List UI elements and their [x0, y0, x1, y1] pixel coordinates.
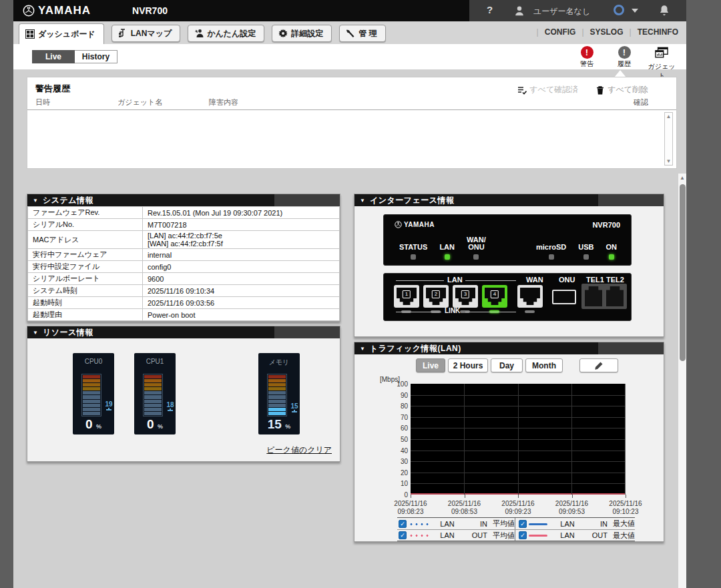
lan-port-2: 2	[423, 285, 449, 308]
tab-advanced-settings[interactable]: 詳細設定	[272, 25, 332, 42]
yamaha-logo: YAMAHA	[23, 4, 91, 17]
led-on: ON	[600, 244, 624, 260]
table-row: シリアルボーレート9600	[28, 273, 340, 285]
gadget-icon	[655, 47, 668, 59]
syslog-link[interactable]: SYSLOG	[590, 27, 624, 37]
range-live-button[interactable]: Live	[416, 358, 445, 372]
techinfo-link[interactable]: TECHINFO	[638, 27, 678, 37]
mark-all-confirmed-button[interactable]: すべて確認済	[517, 84, 578, 95]
system-info-title: システム情報	[43, 195, 93, 206]
legend-checkbox[interactable]: ✓	[399, 531, 407, 539]
tab-easy-setup[interactable]: かんたん設定	[188, 25, 264, 42]
row-label: 起動時刻	[28, 297, 143, 309]
wan-port	[517, 285, 543, 308]
lan-port-4: 4	[482, 285, 507, 308]
alert-history-title: 警告履歴	[35, 83, 70, 95]
alert-list-scrollbar[interactable]: ▲ ▼	[664, 112, 673, 166]
row-value: 2025/11/16 09:10:34	[143, 285, 340, 297]
onu-label: ONU	[559, 276, 575, 284]
table-row: ファームウェアRev.Rev.15.05.01 (Mon Jul 19 09:3…	[28, 207, 340, 219]
history-label: 履歴	[609, 59, 640, 69]
help-icon[interactable]: ?	[487, 4, 493, 15]
legend-checkbox[interactable]: ✓	[519, 520, 527, 528]
clear-peak-link[interactable]: ピーク値のクリア	[266, 445, 332, 456]
collapse-triangle-icon: ▼	[33, 198, 38, 204]
tab-management-label: 管 理	[358, 28, 377, 39]
history-toggle-button[interactable]: History	[75, 50, 117, 63]
row-label: 起動理由	[28, 309, 143, 321]
device-model-label: NVR700	[592, 221, 620, 229]
edit-gadget-button[interactable]	[579, 358, 618, 372]
alert-column-headers: 日時 ガジェット名 障害内容 確認	[27, 97, 676, 108]
gear-icon	[278, 29, 288, 38]
main-tabs: ダッシュボード LANマップ かんたん設定	[19, 23, 386, 44]
wan-link-led	[525, 310, 535, 313]
notification-bell-icon[interactable]	[658, 4, 670, 17]
gauge-value: 0 %	[134, 417, 176, 432]
mac-wan: [WAN] ac:44:f2:cb:f7:5f	[148, 240, 334, 248]
scroll-up-arrow[interactable]: ▲	[665, 113, 672, 119]
yamaha-tuning-fork-icon	[395, 221, 402, 228]
table-row: 実行中設定ファイルconfig0	[28, 261, 340, 273]
range-2hours-button[interactable]: 2 Hours	[448, 358, 488, 372]
live-history-toggle: Live History	[32, 50, 117, 63]
collapse-triangle-icon: ▼	[360, 346, 365, 352]
system-info-header[interactable]: ▼ システム情報	[27, 194, 340, 206]
tab-lan-map[interactable]: LANマップ	[111, 25, 181, 42]
gauge-label: CPU0	[73, 358, 114, 365]
device-brand: YAMAHA	[395, 221, 435, 228]
row-label: 実行中設定ファイル	[28, 261, 143, 273]
lan-led	[445, 254, 450, 260]
range-month-button[interactable]: Month	[525, 358, 563, 372]
quick-links: | CONFIG | SYSLOG | TECHINFO	[537, 27, 678, 37]
traffic-header[interactable]: ▼ トラフィック情報(LAN)	[354, 342, 664, 354]
row-value: Power-on boot	[143, 309, 340, 321]
peak-marker: 18	[165, 402, 176, 411]
chevron-down-icon[interactable]	[632, 9, 638, 13]
traffic-title: トラフィック情報(LAN)	[370, 343, 461, 354]
led-status: STATUS	[393, 244, 433, 260]
app-bar: YAMAHA NVR700 ? ユーザー名なし	[13, 0, 686, 21]
wan-label: WAN	[526, 276, 543, 284]
wan-onu-led	[473, 254, 479, 260]
scroll-up-arrow[interactable]: ▲	[678, 175, 686, 181]
live-toggle-button[interactable]: Live	[32, 50, 75, 63]
interface-header[interactable]: ▼ インターフェース情報	[354, 194, 664, 206]
alert-actions: すべて確認済 すべて削除	[517, 84, 648, 95]
username-label: ユーザー名なし	[533, 6, 590, 17]
legend-checkbox[interactable]: ✓	[399, 520, 407, 528]
chart-legend: ✓ LAN IN 平均値 ✓ LAN IN 最大値 ✓	[397, 517, 635, 541]
tab-bar: ダッシュボード LANマップ かんたん設定	[13, 21, 686, 44]
tab-dashboard-label: ダッシュボード	[38, 29, 95, 40]
row-value: [LAN] ac:44:f2:cb:f7:5e[WAN] ac:44:f2:cb…	[143, 231, 340, 249]
page-scrollbar[interactable]: ▲	[678, 174, 686, 588]
y-axis-ticks: 1009080706050403020100	[387, 384, 408, 495]
trash-icon	[595, 85, 605, 95]
gauge-bar	[81, 374, 101, 416]
range-day-button[interactable]: Day	[491, 358, 523, 372]
lan-group-line	[465, 280, 516, 281]
led-group-right: microSD USB ON	[530, 244, 623, 260]
user-icon	[513, 5, 525, 17]
row-value: 2025/11/16 09:03:56	[143, 297, 340, 309]
row-label: シリアルNo.	[28, 219, 143, 231]
tel2-jack	[606, 286, 624, 306]
tel-ports	[581, 284, 627, 309]
separator: |	[630, 27, 632, 37]
gauge-value: 15 %	[258, 417, 300, 432]
resource-header[interactable]: ▼ リソース情報	[27, 326, 340, 338]
row-label: MACアドレス	[28, 231, 143, 249]
status-ring-icon[interactable]	[614, 5, 624, 15]
delete-all-button[interactable]: すべて削除	[595, 84, 648, 95]
tab-management[interactable]: 管 理	[339, 25, 385, 42]
legend-checkbox[interactable]: ✓	[519, 531, 527, 539]
tab-dashboard[interactable]: ダッシュボード	[19, 23, 104, 44]
pencil-icon	[594, 361, 604, 370]
checklist-icon	[517, 85, 527, 95]
config-link[interactable]: CONFIG	[545, 27, 576, 37]
device-led-faceplate: YAMAHA NVR700 STATUS LAN WAN/ ONU microS…	[383, 214, 632, 266]
scrollbar-thumb[interactable]	[680, 184, 686, 361]
table-row: 起動理由Power-on boot	[28, 309, 340, 321]
scroll-down-arrow[interactable]: ▼	[665, 158, 672, 164]
gauge-bar	[143, 374, 163, 416]
